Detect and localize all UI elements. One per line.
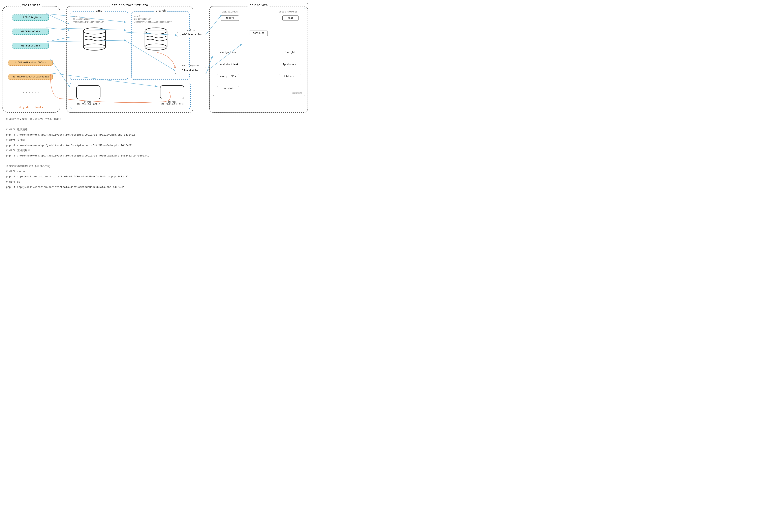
diy-label: diy diff tools <box>19 106 43 109</box>
branch-mysql-label: mysql:zb_livestation/homework_jxzt_lives… <box>134 15 172 23</box>
diff-policy-data-label: diffPolicyData <box>19 16 42 19</box>
base-stored-rect <box>76 85 100 99</box>
line-7: 直接按照流程全部diff (cache/db) <box>6 164 306 169</box>
moat-box: moat <box>282 15 298 21</box>
line-11: php -f app/jxdalivestation/scripts/tools… <box>6 184 306 190</box>
branch-stored-rect <box>160 85 184 99</box>
diff-room-node-user-cache-box: diffRoomNodeUserCacheData <box>8 74 53 80</box>
base-db-cylinder <box>82 27 112 53</box>
line-2: # diff 直播间 <box>6 138 306 143</box>
offline-store-title: offlineStoreDiffData <box>110 4 150 7</box>
room-inner: livestation <box>175 67 206 74</box>
legend-orange: ← w <box>304 2 308 6</box>
tools-diff-title: tools/diff <box>20 4 42 7</box>
sub-group-box: assignclass assistantdesk userprofile ze… <box>213 46 305 96</box>
line-10: # diff db <box>6 179 306 184</box>
legend-orange-label: w <box>306 2 308 6</box>
zerodesk-box: zerodesk <box>217 86 239 91</box>
kidtutor-box: kidtutor <box>279 74 301 79</box>
diff-user-data-box: diffUserData <box>12 43 49 49</box>
col1-header: dal/dat/das <box>222 10 238 13</box>
room-label: room/org/user <box>175 64 206 67</box>
bottom-section: 可以自己定义预热工具，输入为三方id, 比如： # diff 组织策略 php … <box>6 117 306 190</box>
zbcore-box: zbcore <box>221 15 239 21</box>
assignclass-box: assignclass <box>217 50 239 55</box>
base-stored-container: stored:172.29.210.249:8512 <box>76 85 100 99</box>
tools-diff-box: tools/diff diffPolicyData diffRoomData d… <box>2 6 60 113</box>
diff-room-data-box: diffRoomData <box>12 29 49 35</box>
diff-room-data-label: diffRoomData <box>21 30 40 33</box>
policy-inner: jxdalivestation <box>177 32 205 37</box>
sub-group-label: 辅导老师侧 <box>292 92 302 95</box>
orange-arrow-icon: ← <box>304 2 305 6</box>
line-5: php -f /home/homework/app/jxdalivestatio… <box>6 153 306 159</box>
branch-db-cylinder <box>144 27 174 53</box>
intro-text: 可以自己定义预热工具，输入为三方id, 比如： <box>6 117 306 122</box>
achilles-box: achilles <box>250 31 268 36</box>
line-1: php -f /home/homework/app/jxdalivestatio… <box>6 132 306 138</box>
base-title: base <box>94 9 104 12</box>
base-stored-label: stored:172.29.210.249:8512 <box>76 101 100 105</box>
line-8: # diff cache <box>6 169 306 174</box>
userprofile-box: userprofile <box>217 74 239 79</box>
main-canvas: ← w ← r tools/diff diffPolicyData diffRo… <box>0 0 312 213</box>
stored-dashed-box: stored:172.29.210.249:8512 stored:172.29… <box>70 83 191 109</box>
online-data-title: onlineData <box>248 4 269 7</box>
room-box: room/org/user livestation <box>175 64 206 74</box>
line-0: # diff 组织策略 <box>6 127 306 132</box>
assistantdesk-box: assistantdesk <box>217 62 239 67</box>
line-9: php -f app/jxdalivestation/scripts/tools… <box>6 174 306 179</box>
branch-stored-container: stored:172.29.210.249:8442 <box>160 85 184 99</box>
insight-box: insight <box>279 50 301 55</box>
lpcduxuesc-box: lpcduxuesc <box>279 62 301 67</box>
branch-stored-label: stored:172.29.210.249:8442 <box>160 101 184 105</box>
policy-box: policy jxdalivestation <box>177 29 205 37</box>
line-4: # diff 直播间用户 <box>6 148 306 153</box>
policy-label: policy <box>177 29 205 32</box>
col2-header: goods sku/spu <box>279 10 297 13</box>
base-inner-box: base mysql:zb_livestation/homework_jxzt_… <box>70 11 128 80</box>
line-3: php -f /home/homework/app/jxdalivestatio… <box>6 143 306 148</box>
branch-title: branch <box>154 9 167 12</box>
offline-store-box: offlineStoreDiffData base mysql:zb_lives… <box>66 6 193 113</box>
diff-room-node-user-db-label: diffRoomNodeUserDbData <box>15 61 47 64</box>
diff-policy-data-box: diffPolicyData <box>12 14 49 21</box>
base-mysql-label: mysql:zb_livestation/homework_jxzt_lives… <box>73 15 104 23</box>
online-data-box: onlineData dal/dat/das goods sku/spu zbc… <box>209 6 308 113</box>
diff-user-data-label: diffUserData <box>21 44 40 47</box>
dots-label: ...... <box>22 90 40 94</box>
diff-room-node-user-cache-label: diffRoomNodeUserCacheData <box>12 75 49 78</box>
diff-room-node-user-db-box: diffRoomNodeUserDbData <box>8 60 53 66</box>
